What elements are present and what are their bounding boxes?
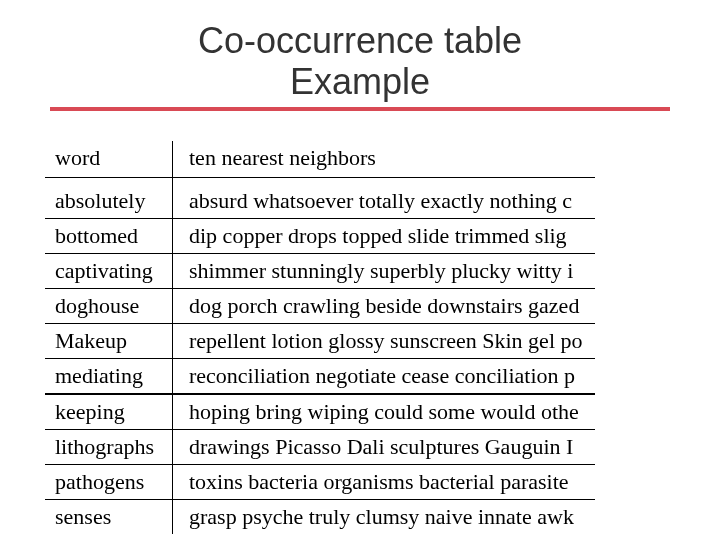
cell-word: pathogens xyxy=(45,464,173,499)
table-row: bottomed dip copper drops topped slide t… xyxy=(45,218,595,253)
cell-word: doghouse xyxy=(45,288,173,323)
cell-word: captivating xyxy=(45,253,173,288)
header-word: word xyxy=(45,141,173,178)
cell-word: absolutely xyxy=(45,177,173,218)
cell-neighbors: dog porch crawling beside downstairs gaz… xyxy=(173,288,595,323)
cell-neighbors: hoping bring wiping could some would oth… xyxy=(173,394,595,430)
table-row: Makeup repellent lotion glossy sunscreen… xyxy=(45,323,595,358)
slide: Co-occurrence table Example word ten nea… xyxy=(0,0,720,540)
table-row: captivating shimmer stunningly superbly … xyxy=(45,253,595,288)
table-row: absolutely absurd whatsoever totally exa… xyxy=(45,177,595,218)
cell-neighbors: dip copper drops topped slide trimmed sl… xyxy=(173,218,595,253)
cell-word: mediating xyxy=(45,358,173,394)
cell-neighbors: grasp psyche truly clumsy naive innate a… xyxy=(173,499,595,534)
cell-word: senses xyxy=(45,499,173,534)
table-row: doghouse dog porch crawling beside downs… xyxy=(45,288,595,323)
cell-neighbors: repellent lotion glossy sunscreen Skin g… xyxy=(173,323,595,358)
table-row: lithographs drawings Picasso Dali sculpt… xyxy=(45,429,595,464)
table-header-row: word ten nearest neighbors xyxy=(45,141,595,178)
cell-neighbors: drawings Picasso Dali sculptures Gauguin… xyxy=(173,429,595,464)
cell-neighbors: shimmer stunningly superbly plucky witty… xyxy=(173,253,595,288)
table-row: senses grasp psyche truly clumsy naive i… xyxy=(45,499,595,534)
title-block: Co-occurrence table Example xyxy=(0,20,720,103)
cell-neighbors: reconciliation negotiate cease conciliat… xyxy=(173,358,595,394)
table-row: mediating reconciliation negotiate cease… xyxy=(45,358,595,394)
table-row: keeping hoping bring wiping could some w… xyxy=(45,394,595,430)
cell-neighbors: absurd whatsoever totally exactly nothin… xyxy=(173,177,595,218)
title-line-2: Example xyxy=(290,61,430,102)
table-row: pathogens toxins bacteria organisms bact… xyxy=(45,464,595,499)
cell-word: bottomed xyxy=(45,218,173,253)
cell-word: keeping xyxy=(45,394,173,430)
cell-word: lithographs xyxy=(45,429,173,464)
title-underline xyxy=(50,107,670,111)
cell-neighbors: toxins bacteria organisms bacterial para… xyxy=(173,464,595,499)
cooccurrence-table-container: word ten nearest neighbors absolutely ab… xyxy=(45,141,720,534)
slide-title: Co-occurrence table Example xyxy=(40,20,680,103)
header-neighbors: ten nearest neighbors xyxy=(173,141,595,178)
cell-word: Makeup xyxy=(45,323,173,358)
cooccurrence-table: word ten nearest neighbors absolutely ab… xyxy=(45,141,595,534)
title-line-1: Co-occurrence table xyxy=(198,20,522,61)
